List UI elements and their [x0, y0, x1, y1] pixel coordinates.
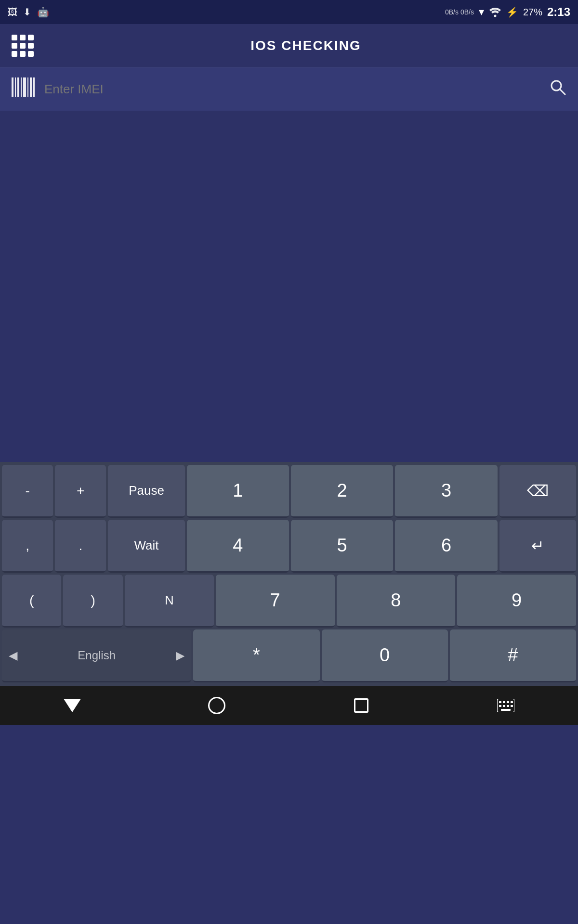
key-close-paren[interactable]: ) — [63, 575, 122, 628]
language-label: English — [78, 649, 116, 662]
photo-icon: 🖼 — [8, 7, 17, 18]
keyboard-row-3: ( ) N 7 8 9 — [2, 575, 576, 628]
battery-text: 27% — [523, 7, 542, 18]
svg-rect-6 — [27, 77, 28, 97]
wifi-signal-icon — [489, 7, 501, 17]
svg-rect-17 — [503, 705, 505, 707]
app-bar: IOS CHECKING — [0, 24, 578, 67]
search-button-icon[interactable] — [549, 78, 566, 100]
svg-rect-15 — [511, 701, 513, 703]
back-button[interactable] — [58, 691, 87, 720]
svg-point-0 — [494, 15, 496, 17]
svg-rect-14 — [507, 701, 509, 703]
key-7[interactable]: 7 — [216, 575, 335, 628]
key-open-paren[interactable]: ( — [2, 575, 61, 628]
keyboard-row-4: ◀ English ▶ * 0 # — [2, 629, 576, 682]
time-display: 2:13 — [547, 5, 570, 19]
svg-rect-18 — [507, 705, 509, 707]
app-title: IOS CHECKING — [45, 38, 566, 53]
network-speed: 0B/s 0B/s — [445, 8, 474, 16]
svg-rect-12 — [499, 701, 501, 703]
status-icons-right: 0B/s 0B/s ▾ ⚡ 27% 2:13 — [445, 5, 570, 19]
key-period[interactable]: . — [55, 520, 106, 573]
keyboard-switch-button[interactable] — [491, 691, 520, 720]
key-3[interactable]: 3 — [395, 465, 497, 518]
key-0[interactable]: 0 — [322, 629, 448, 682]
download-icon: ⬇ — [23, 6, 31, 18]
svg-rect-2 — [15, 77, 16, 97]
imei-input[interactable] — [44, 82, 539, 97]
key-1[interactable]: 1 — [187, 465, 289, 518]
svg-rect-1 — [12, 77, 13, 97]
key-2[interactable]: 2 — [291, 465, 393, 518]
key-wait[interactable]: Wait — [108, 520, 184, 573]
barcode-scan-icon[interactable] — [12, 77, 35, 101]
status-icons-left: 🖼 ⬇ 🤖 — [8, 6, 49, 18]
menu-button[interactable] — [12, 35, 34, 57]
svg-rect-13 — [503, 701, 505, 703]
robot-icon: 🤖 — [37, 6, 49, 18]
key-9[interactable]: 9 — [457, 575, 576, 628]
key-enter[interactable]: ↵ — [499, 520, 576, 573]
svg-rect-7 — [30, 77, 32, 97]
keyboard-row-2: , . Wait 4 5 6 ↵ — [2, 520, 576, 573]
keyboard: - + Pause 1 2 3 ⌫ , . Wait 4 5 6 ↵ ( ) N… — [0, 462, 578, 686]
key-language[interactable]: ◀ English ▶ — [2, 629, 191, 682]
key-asterisk[interactable]: * — [193, 629, 319, 682]
key-6[interactable]: 6 — [395, 520, 497, 573]
keyboard-row-1: - + Pause 1 2 3 ⌫ — [2, 465, 576, 518]
key-minus[interactable]: - — [2, 465, 53, 518]
key-4[interactable]: 4 — [187, 520, 289, 573]
svg-rect-20 — [501, 709, 511, 711]
main-content — [0, 111, 578, 462]
key-n[interactable]: N — [125, 575, 214, 628]
key-hash[interactable]: # — [450, 629, 576, 682]
key-8[interactable]: 8 — [337, 575, 456, 628]
svg-rect-8 — [33, 77, 35, 97]
key-5[interactable]: 5 — [291, 520, 393, 573]
status-bar: 🖼 ⬇ 🤖 0B/s 0B/s ▾ ⚡ 27% 2:13 — [0, 0, 578, 24]
svg-rect-19 — [511, 705, 513, 707]
key-pause[interactable]: Pause — [108, 465, 184, 518]
home-button[interactable] — [202, 691, 231, 720]
svg-rect-3 — [17, 77, 19, 97]
search-bar[interactable] — [0, 67, 578, 111]
nav-bar — [0, 686, 578, 725]
svg-rect-16 — [499, 705, 501, 707]
svg-rect-4 — [21, 77, 22, 97]
charging-icon: ⚡ — [506, 6, 518, 18]
wifi-icon: ▾ — [479, 6, 484, 18]
recents-button[interactable] — [347, 691, 376, 720]
key-backspace[interactable]: ⌫ — [499, 465, 576, 518]
key-plus[interactable]: + — [55, 465, 106, 518]
key-comma[interactable]: , — [2, 520, 53, 573]
svg-rect-5 — [23, 77, 26, 97]
svg-line-10 — [560, 89, 565, 94]
